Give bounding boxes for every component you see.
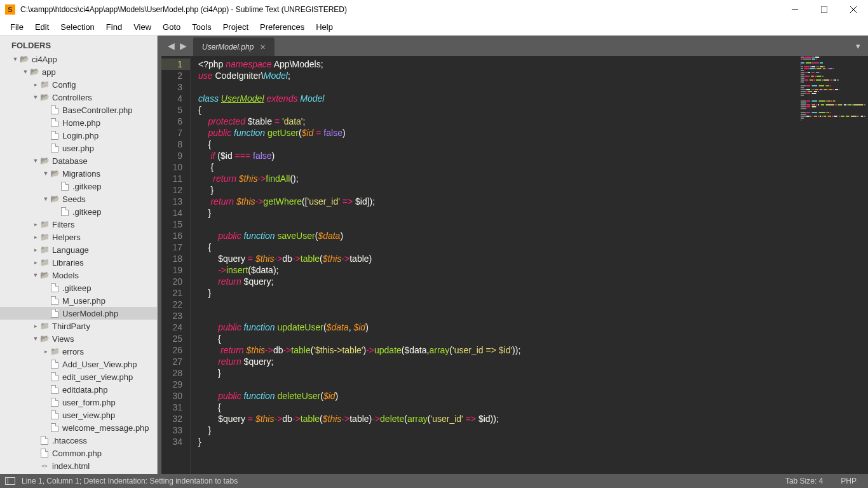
disclosure-arrow-icon[interactable]: ▼ [32, 94, 39, 100]
tree-item[interactable]: ▸Config [0, 78, 157, 91]
tree-item[interactable]: Add_User_View.php [0, 358, 157, 370]
disclosure-arrow-icon[interactable]: ▸ [32, 221, 39, 227]
tree-item[interactable]: ▼Migrations [0, 167, 157, 180]
folder-icon [39, 219, 50, 229]
tree-item[interactable]: ▸errors [0, 345, 157, 358]
svg-rect-1 [821, 6, 827, 13]
tree-item[interactable]: M_user.php [0, 294, 157, 307]
menu-goto[interactable]: Goto [158, 20, 186, 34]
disclosure-arrow-icon[interactable]: ▸ [32, 247, 39, 253]
menu-selection[interactable]: Selection [55, 20, 99, 34]
tabbar-menu-icon[interactable]: ▾ [848, 36, 868, 56]
disclosure-arrow-icon[interactable]: ▼ [11, 56, 19, 62]
tree-item[interactable]: .gitkeep [0, 281, 157, 294]
status-language[interactable]: PHP [841, 477, 857, 485]
tree-label: Controllers [52, 93, 92, 102]
menu-view[interactable]: View [128, 20, 156, 34]
tree-label: user_form.php [62, 398, 116, 407]
menu-edit[interactable]: Edit [30, 20, 54, 34]
tree-item[interactable]: ▸Libraries [0, 256, 157, 269]
disclosure-arrow-icon[interactable]: ▸ [42, 348, 50, 355]
folder-icon [29, 473, 39, 474]
tab-label: UserModel.php [202, 43, 254, 51]
status-tabsize[interactable]: Tab Size: 4 [785, 477, 823, 485]
tree-label: Seeds [62, 194, 86, 204]
menu-file[interactable]: File [5, 20, 29, 34]
tree-item[interactable]: edit_user_view.php [0, 370, 157, 383]
file-icon [50, 308, 60, 318]
code-content[interactable]: <?php namespace App\Models;use CodeIgnit… [191, 56, 868, 474]
disclosure-arrow-icon[interactable]: ▸ [32, 81, 39, 88]
tree-item[interactable]: ▼Seeds [0, 193, 157, 205]
disclosure-arrow-icon[interactable]: ▸ [32, 323, 39, 329]
tree-item[interactable]: user_form.php [0, 396, 157, 409]
tree-item[interactable]: Home.php [0, 116, 157, 129]
disclosure-arrow-icon[interactable]: ▼ [22, 69, 29, 75]
menu-tools[interactable]: Tools [187, 20, 216, 34]
panel-toggle-icon[interactable] [5, 477, 15, 485]
disclosure-arrow-icon[interactable]: ▼ [42, 196, 50, 202]
tree-item[interactable]: BaseController.php [0, 104, 157, 116]
disclosure-arrow-icon[interactable]: ▸ [32, 259, 39, 266]
minimize-button[interactable] [780, 0, 810, 19]
tree-label: Helpers [52, 233, 81, 242]
tree-item[interactable]: .gitkeep [0, 180, 157, 193]
disclosure-arrow-icon[interactable]: ▼ [32, 336, 39, 342]
tree-item[interactable]: welcome_message.php [0, 421, 157, 434]
file-icon [50, 372, 60, 382]
disclosure-arrow-icon[interactable]: ▸ [32, 234, 39, 240]
minimap[interactable] [798, 56, 868, 158]
folder-icon [50, 346, 60, 356]
folder-tree[interactable]: ▼ci4App▼app▸Config▼ControllersBaseContro… [0, 53, 157, 474]
tree-item[interactable]: .htaccess [0, 434, 157, 447]
tree-item[interactable]: ▼Database [0, 154, 157, 167]
tree-item[interactable]: ▸Filters [0, 218, 157, 231]
tree-item[interactable]: Common.php [0, 447, 157, 459]
menu-find[interactable]: Find [101, 20, 127, 34]
tree-item[interactable]: ▼Views [0, 332, 157, 345]
tree-item[interactable]: ▸Language [0, 243, 157, 256]
nav-forward-icon[interactable]: ▶ [180, 41, 187, 51]
tree-item[interactable]: UserModel.php [0, 307, 157, 320]
menu-help[interactable]: Help [311, 20, 338, 34]
file-icon [50, 295, 60, 306]
tree-label: Language [52, 245, 89, 255]
tree-item[interactable]: ▼app [0, 65, 157, 78]
tree-item[interactable]: user_view.php [0, 409, 157, 421]
menu-preferences[interactable]: Preferences [255, 20, 309, 34]
disclosure-arrow-icon[interactable]: ▼ [42, 170, 50, 177]
tree-item[interactable]: ▸Helpers [0, 231, 157, 243]
tree-item[interactable]: user.php [0, 142, 157, 154]
tree-item[interactable]: ▸ThirdParty [0, 320, 157, 332]
status-left: Line 1, Column 1; Detect Indentation: Se… [22, 477, 238, 485]
folder-open-icon [19, 54, 29, 64]
tree-label: ThirdParty [52, 322, 90, 331]
tree-label: M_user.php [62, 296, 105, 306]
tree-item[interactable]: Login.php [0, 129, 157, 142]
folder-open-icon [39, 270, 50, 280]
maximize-button[interactable] [810, 0, 839, 19]
tree-item[interactable]: ▼Controllers [0, 91, 157, 104]
tree-label: editdata.php [62, 385, 108, 395]
menu-project[interactable]: Project [218, 20, 254, 34]
folder-icon [39, 257, 50, 268]
tree-item[interactable]: .gitkeep [0, 205, 157, 218]
tree-item[interactable]: editdata.php [0, 383, 157, 396]
disclosure-arrow-icon[interactable]: ▼ [32, 272, 39, 278]
editor-area: ◀ ▶ UserModel.php × ▾ 123456789101112131… [161, 36, 868, 474]
editor-body[interactable]: 1234567891011121314151617181920212223242… [161, 56, 868, 474]
tree-item[interactable]: index.html [0, 459, 157, 472]
tab-usermodel[interactable]: UserModel.php × [193, 37, 275, 56]
file-icon [50, 397, 60, 407]
tree-label: Login.php [62, 131, 98, 140]
disclosure-arrow-icon[interactable]: ▼ [32, 158, 39, 164]
tree-label: Migrations [62, 169, 100, 179]
nav-back-icon[interactable]: ◀ [168, 41, 175, 51]
tree-label: Common.php [52, 449, 102, 458]
tree-item[interactable]: ▼Models [0, 269, 157, 281]
close-button[interactable] [839, 0, 868, 19]
tree-item[interactable]: ▼ci4App [0, 53, 157, 65]
tree-label: Libraries [52, 258, 84, 268]
tree-label: Config [52, 80, 76, 90]
tab-close-icon[interactable]: × [260, 42, 265, 52]
